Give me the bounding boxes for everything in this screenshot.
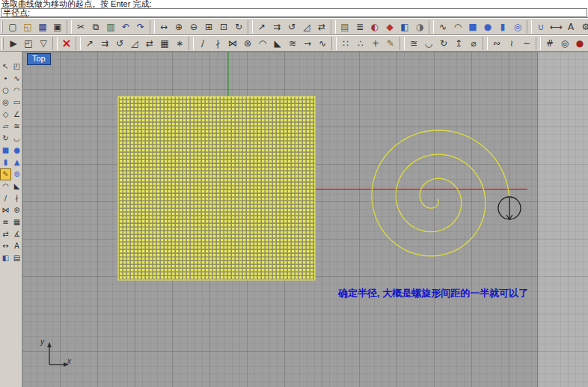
- save-file-button[interactable]: ▦: [35, 19, 50, 34]
- fillet-tool-button[interactable]: ◠: [255, 36, 270, 51]
- revolve-button[interactable]: ↻: [436, 36, 451, 51]
- twist-button[interactable]: ∾: [489, 36, 504, 51]
- array-polar-button[interactable]: ∗: [172, 36, 187, 51]
- spiral-tool[interactable]: ✎: [0, 168, 11, 180]
- curve-tool[interactable]: ∿: [11, 73, 22, 85]
- print-button[interactable]: ▣: [50, 19, 65, 34]
- join-tool[interactable]: ⋈: [0, 204, 11, 216]
- paste-button[interactable]: ▥: [103, 19, 118, 34]
- cylinder-tool[interactable]: ▮: [0, 156, 11, 168]
- shaded-display-button[interactable]: ◑: [412, 19, 427, 34]
- circle-tool[interactable]: ○: [0, 85, 11, 97]
- mirror-object-button[interactable]: ⇄: [314, 19, 329, 34]
- text-tool[interactable]: A: [11, 240, 22, 252]
- viewport-canvas[interactable]: [22, 52, 537, 387]
- redo-button[interactable]: ↷: [133, 19, 148, 34]
- viewport-top[interactable]: Top 确定半径, 大概是螺旋形间距的一半就可以了 y x: [22, 52, 537, 387]
- rotate-object-button[interactable]: ↺: [284, 19, 299, 34]
- smooth-button[interactable]: ∼: [519, 36, 534, 51]
- insert-knot-button[interactable]: +: [368, 36, 383, 51]
- flow-button[interactable]: ≀: [504, 36, 519, 51]
- open-file-button[interactable]: ◱: [20, 19, 35, 34]
- mirror-tool-button[interactable]: ⇄: [142, 36, 157, 51]
- render-tool[interactable]: ◧: [0, 252, 11, 264]
- options-gear-button[interactable]: ⚙: [578, 19, 588, 34]
- toolbar-grip[interactable]: [1, 21, 3, 33]
- cplane-button[interactable]: #: [542, 36, 557, 51]
- layers-panel-button[interactable]: ▤: [337, 19, 352, 34]
- rotate-tool-button[interactable]: ↺: [112, 36, 127, 51]
- material-editor-button[interactable]: ◐: [367, 19, 382, 34]
- viewport-label[interactable]: Top: [27, 53, 51, 65]
- dimension-button[interactable]: ⟷: [548, 19, 563, 34]
- sphere-tool[interactable]: ●: [11, 144, 22, 156]
- sweep-tool[interactable]: ◡: [11, 132, 22, 144]
- boolean-union-button[interactable]: ∪: [533, 19, 548, 34]
- explode-tool[interactable]: ⊛: [11, 204, 22, 216]
- blend-tool-button[interactable]: ∿: [315, 36, 330, 51]
- copy-button[interactable]: ⧉: [88, 19, 103, 34]
- array-tool[interactable]: ▦: [11, 216, 22, 228]
- osnap-button[interactable]: ◎: [557, 36, 572, 51]
- sweep-button[interactable]: ◡: [421, 36, 436, 51]
- revolve-tool[interactable]: ↻: [0, 132, 11, 144]
- copy-tool-button[interactable]: ⇉: [97, 36, 112, 51]
- explode-tool-button[interactable]: ⊛: [240, 36, 255, 51]
- zoom-in-button[interactable]: ⊕: [171, 19, 186, 34]
- solid-cylinder-button[interactable]: ▮: [495, 19, 510, 34]
- select-window-button[interactable]: ◰: [21, 36, 36, 51]
- rectangle-tool[interactable]: ▭: [11, 97, 22, 109]
- history-record-button[interactable]: ●: [572, 36, 587, 51]
- split-tool[interactable]: ∤: [11, 192, 22, 204]
- cut-button[interactable]: ✂: [73, 19, 88, 34]
- extrude-button[interactable]: ↥: [451, 36, 466, 51]
- pan-view-button[interactable]: ↔: [156, 19, 171, 34]
- surface-tool[interactable]: ▱: [0, 121, 11, 132]
- move-tool-button[interactable]: ↗: [82, 36, 97, 51]
- zoom-out-button[interactable]: ⊖: [186, 19, 201, 34]
- curve-menu-button[interactable]: ∿: [435, 19, 450, 34]
- loft-button[interactable]: ≊: [406, 36, 421, 51]
- transform-tools[interactable]: ⇄: [0, 228, 11, 240]
- layers-tool[interactable]: ▤: [11, 252, 22, 264]
- polyline-tool[interactable]: ∠: [11, 109, 22, 121]
- points-off-button[interactable]: ∴: [353, 36, 368, 51]
- fillet-curve-tool[interactable]: ◠: [0, 180, 11, 192]
- command-prompt-input[interactable]: 半径点:: [1, 8, 587, 17]
- ellipse-tool[interactable]: ◎: [0, 97, 11, 109]
- cone-tool[interactable]: ▲: [11, 156, 22, 168]
- edit-curve-button[interactable]: ✎: [383, 36, 398, 51]
- point-tool[interactable]: ∙: [0, 73, 11, 85]
- pipe-button[interactable]: ⌀: [466, 36, 481, 51]
- array-rect-button[interactable]: ▦: [157, 36, 172, 51]
- surface-menu-button[interactable]: ◠: [450, 19, 465, 34]
- offset-tool-button[interactable]: ≋: [285, 36, 300, 51]
- trim-tool[interactable]: ∕: [0, 192, 11, 204]
- toolbar-grip[interactable]: [1, 37, 4, 49]
- select-window-tool[interactable]: ◰: [11, 61, 22, 73]
- zoom-window-button[interactable]: ⊞: [201, 19, 216, 34]
- new-file-button[interactable]: ▢: [5, 19, 20, 34]
- solid-sphere-button[interactable]: ●: [480, 19, 495, 34]
- zoom-extents-button[interactable]: ⊡: [216, 19, 231, 34]
- extend-tool-button[interactable]: →: [300, 36, 315, 51]
- scale-object-button[interactable]: ◿: [299, 19, 314, 34]
- polygon-tool[interactable]: ◇: [0, 109, 11, 121]
- solid-box-button[interactable]: ■: [465, 19, 480, 34]
- boolean-tool[interactable]: ⊕: [11, 168, 22, 180]
- select-filter-button[interactable]: ▽: [36, 36, 51, 51]
- box-tool[interactable]: ■: [0, 144, 11, 156]
- text-object-button[interactable]: A: [563, 19, 578, 34]
- copy-object-button[interactable]: ⇉: [269, 19, 284, 34]
- analyze-tool[interactable]: ∡: [11, 228, 22, 240]
- trim-tool-button[interactable]: ∕: [195, 36, 210, 51]
- offset-tool[interactable]: ≡: [0, 216, 11, 228]
- join-tool-button[interactable]: ⋈: [225, 36, 240, 51]
- delete-button[interactable]: ×: [59, 36, 74, 51]
- undo-button[interactable]: ↶: [118, 19, 133, 34]
- chamfer-curve-tool[interactable]: ◣: [11, 180, 22, 192]
- select-button[interactable]: ▶: [6, 36, 21, 51]
- select-pointer-tool[interactable]: ↖: [0, 61, 11, 73]
- chamfer-tool-button[interactable]: ◣: [270, 36, 285, 51]
- dimension-tool[interactable]: ↔: [0, 240, 11, 252]
